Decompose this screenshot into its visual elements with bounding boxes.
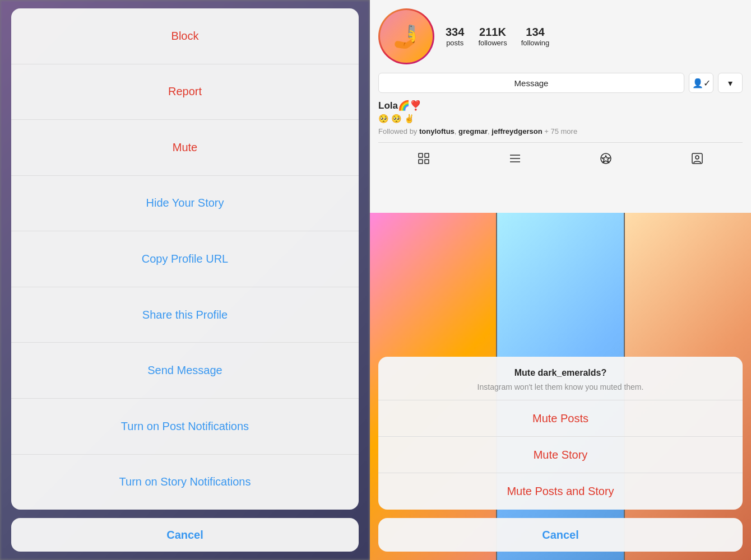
chevron-down-icon: ▾	[728, 78, 733, 88]
avatar: 🤳	[380, 10, 433, 63]
mute-header: Mute dark_emeralds? Instagram won't let …	[378, 357, 743, 400]
stat-label-posts: posts	[446, 39, 463, 47]
right-panel: 🤳 334posts211Kfollowers134following Mess…	[370, 0, 751, 560]
mute-title: Mute dark_emeralds?	[387, 368, 734, 378]
stat-posts: 334posts	[446, 26, 464, 47]
tab-grid[interactable]	[378, 147, 470, 170]
right-cancel-label: Cancel	[542, 529, 579, 542]
action-item-share-profile[interactable]: Share this Profile	[11, 287, 359, 343]
follower-1: tonyloftus	[419, 127, 455, 136]
grid-icon	[417, 152, 430, 165]
tab-tagged[interactable]	[652, 147, 743, 170]
action-item-story-notifications[interactable]: Turn on Story Notifications	[11, 455, 359, 510]
tab-icons-row	[378, 142, 743, 170]
mute-subtitle: Instagram won't let them know you muted …	[387, 382, 734, 391]
follower-3: jeffreydgerson	[492, 127, 542, 136]
stat-number-posts: 334	[446, 26, 464, 39]
stats-row: 334posts211Kfollowers134following	[446, 26, 743, 47]
avatar-border: 🤳	[378, 8, 434, 64]
svg-rect-1	[425, 153, 429, 157]
svg-marker-8	[602, 156, 610, 162]
list-icon	[508, 152, 522, 165]
stat-number-following: 134	[526, 26, 544, 39]
svg-rect-0	[419, 153, 423, 157]
profile-actions: Message 👤✓ ▾	[378, 73, 743, 93]
profile-top: 🤳 334posts211Kfollowers134following	[378, 8, 743, 64]
followed-by: Followed by tonyloftus, gregmar, jeffrey…	[378, 127, 743, 136]
mute-item-mute-posts-story[interactable]: Mute Posts and Story	[378, 473, 743, 510]
action-item-post-notifications[interactable]: Turn on Post Notifications	[11, 399, 359, 455]
svg-rect-9	[692, 153, 702, 164]
follow-check-button[interactable]: 👤✓	[689, 73, 713, 93]
svg-rect-2	[419, 160, 423, 164]
stat-following: 134following	[521, 26, 550, 47]
left-cancel-label: Cancel	[166, 529, 203, 542]
stat-number-followers: 211K	[479, 26, 506, 39]
stat-followers: 211Kfollowers	[478, 26, 507, 47]
stat-label-following: following	[521, 39, 550, 47]
stat-label-followers: followers	[478, 39, 507, 47]
follower-2: gregmar	[458, 127, 488, 136]
action-item-copy-url[interactable]: Copy Profile URL	[11, 231, 359, 287]
left-panel: BlockReportMuteHide Your StoryCopy Profi…	[0, 0, 370, 560]
profile-emoji: 🥺 🥺 ✌️	[378, 114, 743, 124]
left-action-sheet: BlockReportMuteHide Your StoryCopy Profi…	[11, 8, 359, 510]
action-item-send-message[interactable]: Send Message	[11, 343, 359, 399]
dropdown-button[interactable]: ▾	[718, 73, 743, 93]
mute-item-mute-posts[interactable]: Mute Posts	[378, 400, 743, 437]
left-cancel-button[interactable]: Cancel	[11, 518, 359, 552]
svg-rect-3	[425, 160, 429, 164]
tag-person-icon	[690, 152, 704, 165]
mute-item-mute-story[interactable]: Mute Story	[378, 437, 743, 473]
tab-saved[interactable]	[560, 147, 652, 170]
action-item-report[interactable]: Report	[11, 64, 359, 120]
more-followers: + 75 more	[544, 127, 577, 136]
tab-list[interactable]	[470, 147, 561, 170]
profile-area: 🤳 334posts211Kfollowers134following Mess…	[370, 0, 751, 213]
action-item-block[interactable]: Block	[11, 8, 359, 64]
right-cancel-button[interactable]: Cancel	[378, 518, 743, 552]
mute-modal: Mute dark_emeralds? Instagram won't let …	[378, 357, 743, 510]
message-label: Message	[514, 78, 549, 88]
svg-point-10	[696, 156, 699, 159]
message-button[interactable]: Message	[378, 73, 684, 93]
action-item-mute[interactable]: Mute	[11, 120, 359, 176]
follow-icon: 👤✓	[692, 78, 711, 88]
bookmark-icon	[599, 152, 613, 165]
profile-name: Lola🌈❣️	[378, 100, 743, 111]
followed-by-text: Followed by	[378, 127, 419, 136]
action-item-hide-story[interactable]: Hide Your Story	[11, 176, 359, 232]
